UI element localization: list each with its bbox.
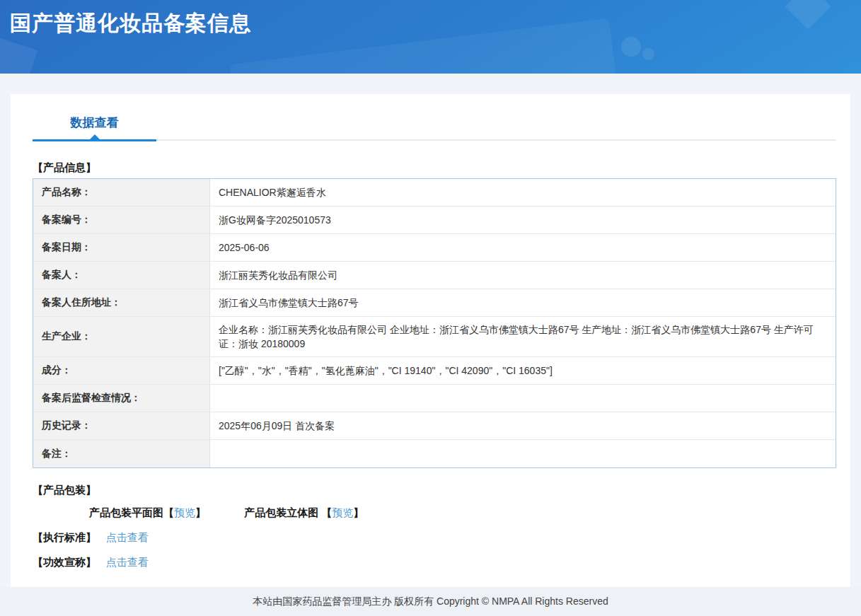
page-title: 国产普通化妆品备案信息 [10, 9, 251, 38]
row-label: 备案后监督检查情况： [33, 385, 210, 412]
efficacy-view-link[interactable]: 点击查看 [106, 556, 149, 569]
standard-view-link[interactable]: 点击查看 [106, 531, 149, 545]
row-label: 备案人住所地址： [33, 289, 210, 316]
section-title-product-info: 【产品信息】 [33, 161, 836, 175]
packaging-3d-item: 产品包装立体图 【预览】 [244, 506, 364, 518]
table-row: 成分： ["乙醇"，"水"，"香精"，"氢化蓖麻油"，"CI 19140"，"C… [33, 357, 836, 385]
row-label: 成分： [33, 357, 210, 384]
table-row: 备案编号： 浙G妆网备字2025010573 [33, 207, 836, 234]
packaging-links-row: 产品包装平面图【预览】 产品包装立体图 【预览】 [33, 506, 836, 520]
packaging-flat-preview-link[interactable]: 预览 [174, 506, 195, 518]
bracket-close: 】 [195, 506, 206, 518]
bracket-close: 】 [353, 506, 364, 518]
row-value: CHENALIOR紫邂逅香水 [210, 179, 836, 206]
row-value: 2025年06月09日 首次备案 [210, 412, 836, 439]
header-decoration-circle [621, 37, 641, 57]
efficacy-row: 【功效宣称】 点击查看 [33, 556, 836, 569]
header-decoration-shape [230, 18, 620, 74]
row-value: 2025-06-06 [210, 234, 836, 261]
row-value [210, 440, 836, 467]
row-label: 备注： [33, 440, 210, 467]
tab-active-underline [33, 139, 156, 141]
table-row: 备案日期： 2025-06-06 [33, 234, 836, 262]
standard-row: 【执行标准】 点击查看 [33, 531, 836, 545]
header-decoration-shape [0, 37, 37, 74]
packaging-flat-label: 产品包装平面图 [89, 506, 163, 518]
row-value: 浙江丽芙秀化妆品有限公司 [210, 262, 836, 289]
tab-active-caret-icon [90, 134, 100, 139]
packaging-3d-label: 产品包装立体图 [244, 506, 321, 518]
row-label: 备案编号： [33, 207, 210, 233]
table-row: 备案人： 浙江丽芙秀化妆品有限公司 [33, 262, 836, 289]
row-label: 备案人： [33, 262, 210, 289]
header-banner: 国产普通化妆品备案信息 [0, 0, 861, 74]
product-info-table: 产品名称： CHENALIOR紫邂逅香水 备案编号： 浙G妆网备字2025010… [33, 178, 836, 468]
row-label: 生产企业： [33, 317, 210, 356]
row-value: ["乙醇"，"水"，"香精"，"氢化蓖麻油"，"CI 19140"，"CI 42… [210, 357, 836, 384]
table-row: 产品名称： CHENALIOR紫邂逅香水 [33, 179, 836, 207]
section-title-packaging: 【产品包装】 [33, 484, 836, 497]
row-value: 浙江省义乌市佛堂镇大士路67号 [210, 289, 836, 316]
row-value: 浙G妆网备字2025010573 [210, 207, 836, 233]
tab-bar: 数据查看 [33, 115, 836, 141]
table-row: 备注： [33, 440, 836, 467]
row-label: 备案日期： [33, 234, 210, 261]
tab-data-view-label: 数据查看 [71, 115, 119, 131]
table-row: 备案后监督检查情况： [33, 385, 836, 412]
row-value [210, 385, 836, 412]
row-value: 企业名称：浙江丽芙秀化妆品有限公司 企业地址：浙江省义乌市佛堂镇大士路67号 生… [210, 317, 836, 356]
table-row: 历史记录： 2025年06月09日 首次备案 [33, 412, 836, 440]
row-label: 历史记录： [33, 412, 210, 439]
bracket-open: 【 [321, 506, 332, 518]
section-title-efficacy: 【功效宣称】 [33, 556, 96, 569]
row-label: 产品名称： [33, 179, 210, 206]
header-decoration-diamond [785, 0, 831, 30]
section-title-standard: 【执行标准】 [33, 531, 96, 545]
content-card: 数据查看 【产品信息】 产品名称： CHENALIOR紫邂逅香水 备案编号： 浙… [11, 94, 850, 587]
footer-copyright-text: 本站由国家药品监督管理局主办 版权所有 Copyright © NMPA All… [253, 595, 608, 608]
table-row: 备案人住所地址： 浙江省义乌市佛堂镇大士路67号 [33, 289, 836, 317]
bracket-open: 【 [163, 506, 174, 518]
table-row: 生产企业： 企业名称：浙江丽芙秀化妆品有限公司 企业地址：浙江省义乌市佛堂镇大士… [33, 317, 836, 357]
header-decoration-circle [642, 48, 654, 60]
packaging-flat-item: 产品包装平面图【预览】 [89, 506, 206, 518]
page-footer: 本站由国家药品监督管理局主办 版权所有 Copyright © NMPA All… [0, 587, 861, 616]
packaging-3d-preview-link[interactable]: 预览 [332, 506, 353, 518]
